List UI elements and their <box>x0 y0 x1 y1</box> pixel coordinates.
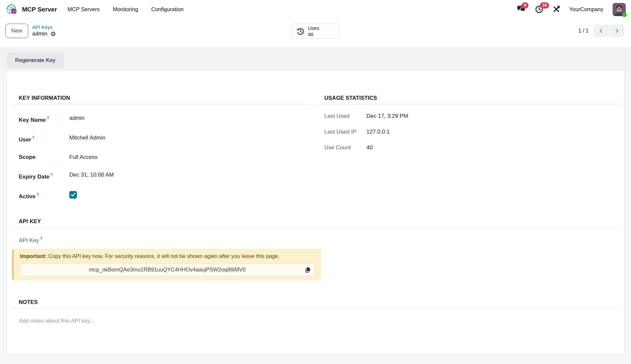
field-last-used-ip: Last Used IP 127.0.0.1 <box>318 128 621 136</box>
action-bar: Regenerate Key <box>0 48 631 70</box>
active-checkbox[interactable] <box>69 191 77 199</box>
field-label: Expiry Date? <box>19 171 69 181</box>
field-label: User? <box>19 134 69 144</box>
field-label: Key Name? <box>19 114 69 124</box>
field-label: Use Count <box>324 144 366 152</box>
field-value[interactable]: Mitchell Admin <box>69 134 105 142</box>
field-user: User? Mitchell Admin <box>12 134 310 144</box>
field-value[interactable]: Dec 31, 10:00 AM <box>69 171 114 179</box>
field-label: Last Used <box>324 112 366 120</box>
pager-count: 1 / 1 <box>578 28 589 34</box>
new-button[interactable]: New <box>5 24 28 38</box>
usage-statistics-section: USAGE STATISTICS Last Used Dec 17, 3:29 … <box>318 95 621 201</box>
api-key-section: API KEY API Key? Important: Copy this AP… <box>12 218 621 280</box>
control-panel: New API Keys admin ⚙ Uses 40 1 / 1 <box>0 19 631 48</box>
api-key-warning: Important: Copy this API key now. For se… <box>12 249 321 280</box>
nav-item-mcp-servers[interactable]: MCP Servers <box>67 6 100 12</box>
field-value: Dec 17, 3:29 PM <box>366 112 408 120</box>
field-use-count: Use Count 40 <box>318 144 621 152</box>
user-menu[interactable] <box>613 3 626 16</box>
nav-item-monitoring[interactable]: Monitoring <box>113 6 138 12</box>
breadcrumb-parent-link[interactable]: API Keys <box>32 24 56 31</box>
field-value[interactable]: Full Access <box>69 153 98 161</box>
pager: 1 / 1 <box>578 25 624 37</box>
regenerate-key-button[interactable]: Regenerate Key <box>7 53 64 68</box>
help-icon[interactable]: ? <box>51 173 53 177</box>
key-information-section: KEY INFORMATION Key Name? admin User? Mi… <box>12 95 310 201</box>
section-title-usage-statistics: USAGE STATISTICS <box>318 95 621 104</box>
field-value: 127.0.0.1 <box>366 128 390 136</box>
uses-stat-label: Uses <box>308 25 319 31</box>
nav-item-configuration[interactable]: Configuration <box>151 6 183 12</box>
app-logo-icon[interactable] <box>5 3 18 16</box>
navbar: MCP Server MCP Servers Monitoring Config… <box>0 0 631 19</box>
api-key-field-label: API Key? <box>12 236 621 244</box>
copy-button[interactable] <box>305 267 311 273</box>
help-icon[interactable]: ? <box>40 236 42 241</box>
form-sheet: KEY INFORMATION Key Name? admin User? Mi… <box>7 70 624 355</box>
field-label: Last Used IP <box>324 128 366 136</box>
gear-icon[interactable]: ⚙ <box>50 31 56 37</box>
notes-section: NOTES Add notes about this API key... <box>12 299 621 337</box>
history-icon <box>296 27 305 36</box>
api-key-value: mcp_okBomQAe3mu1RB91uuQYC4HHOv4aaujPSW2o… <box>89 266 246 273</box>
breadcrumb: API Keys admin ⚙ <box>32 24 56 38</box>
help-icon[interactable]: ? <box>47 116 49 120</box>
activities-menu[interactable]: 16 <box>535 5 543 13</box>
help-icon[interactable]: ? <box>36 192 39 197</box>
messages-badge: 9 <box>522 2 528 9</box>
warning-text: Copy this API key now. For security reas… <box>47 253 280 259</box>
section-title-key-information: KEY INFORMATION <box>12 95 310 104</box>
field-active: Active? <box>12 191 310 201</box>
field-expiry-date: Expiry Date? Dec 31, 10:00 AM <box>12 171 310 181</box>
chevron-left-icon <box>599 29 603 33</box>
app-brand[interactable]: MCP Server <box>5 3 57 16</box>
field-value[interactable]: admin <box>69 114 84 122</box>
messages-menu[interactable]: 9 <box>517 5 526 13</box>
breadcrumb-current: admin <box>32 30 47 37</box>
crossed-tools-icon <box>552 6 560 13</box>
section-title-notes: NOTES <box>12 299 621 309</box>
uses-stat-value: 40 <box>308 32 314 37</box>
online-status-dot <box>622 12 627 17</box>
pager-next-button[interactable] <box>609 25 624 37</box>
nav-menu: MCP Servers Monitoring Configuration <box>67 6 183 12</box>
field-scope: Scope Full Access <box>12 153 310 161</box>
app-header: MCP Server MCP Servers Monitoring Config… <box>0 0 631 48</box>
section-title-api-key: API KEY <box>12 218 621 228</box>
copy-icon <box>305 267 311 273</box>
field-last-used: Last Used Dec 17, 3:29 PM <box>318 112 621 120</box>
field-key-name: Key Name? admin <box>12 114 310 124</box>
api-key-value-box: mcp_okBomQAe3mu1RB91uuQYC4HHOv4aaujPSW2o… <box>20 263 315 276</box>
warning-important-label: Important: <box>20 253 47 259</box>
field-value: 40 <box>366 144 373 152</box>
systray: 9 16 <box>517 3 626 16</box>
activities-badge: 16 <box>540 2 549 9</box>
uses-stat-button[interactable]: Uses 40 <box>292 24 339 39</box>
field-label: Scope <box>19 153 69 161</box>
company-switcher[interactable]: YourCompany <box>569 6 603 12</box>
help-icon[interactable]: ? <box>32 136 35 140</box>
chevron-right-icon <box>615 29 619 33</box>
app-title[interactable]: MCP Server <box>22 6 57 13</box>
notes-input[interactable]: Add notes about this API key... <box>12 318 621 337</box>
pager-previous-button[interactable] <box>594 25 609 37</box>
debug-tools-menu[interactable] <box>552 6 560 13</box>
field-label: Active? <box>19 191 69 201</box>
